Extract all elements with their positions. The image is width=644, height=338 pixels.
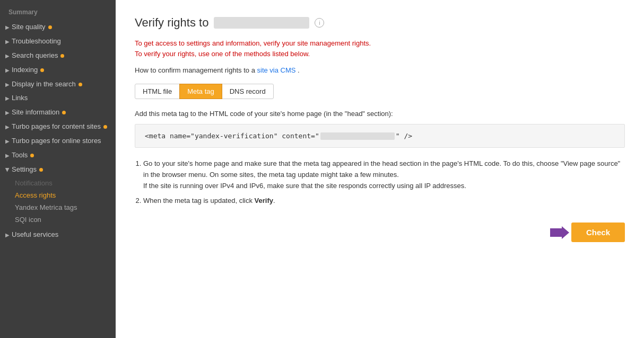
chevron-right-icon: ▶	[5, 95, 10, 102]
chevron-right-icon: ▶	[5, 138, 10, 145]
sidebar-item-label: Indexing	[12, 66, 38, 75]
arrow-pointer-icon	[550, 226, 569, 239]
title-prefix: Verify rights to	[135, 16, 208, 30]
sidebar-item-label: Turbo pages for online stores	[12, 137, 101, 146]
error-line1: To get access to settings and informatio…	[135, 38, 625, 49]
chevron-down-icon: ▶	[4, 167, 11, 172]
code-suffix: " />	[396, 132, 412, 140]
sidebar-item-tools[interactable]: ▶ Tools	[0, 148, 116, 163]
notification-dot	[40, 68, 44, 72]
sidebar-item-display-in-search[interactable]: ▶ Display in the search	[0, 77, 116, 92]
error-message: To get access to settings and informatio…	[135, 38, 625, 59]
check-button[interactable]: Check	[571, 223, 625, 242]
svg-marker-0	[550, 226, 569, 239]
sidebar-item-label: Troubleshooting	[12, 37, 61, 46]
check-button-area: Check	[135, 223, 625, 242]
verification-code-placeholder	[320, 132, 395, 140]
error-line2: To verify your rights, use one of the me…	[135, 49, 625, 59]
page-title: Verify rights to i	[135, 16, 625, 30]
verification-tabs: HTML file Meta tag DNS record	[135, 84, 625, 99]
notification-dot	[79, 83, 82, 86]
cms-text-prefix: How to confirm management rights to a	[135, 66, 255, 74]
notification-dot	[39, 168, 43, 172]
notification-dot	[60, 54, 64, 58]
notification-dot	[62, 111, 66, 114]
tab-html-file[interactable]: HTML file	[135, 84, 180, 99]
sidebar-sub-item-label: Notifications	[15, 179, 53, 187]
sidebar-summary-label: Summary	[0, 5, 116, 20]
sidebar-item-indexing[interactable]: ▶ Indexing	[0, 63, 116, 77]
sidebar-item-label: Links	[12, 94, 28, 103]
sidebar-sub-item-label: Access rights	[15, 191, 56, 199]
site-url-placeholder	[214, 17, 309, 29]
sidebar-item-troubleshooting[interactable]: ▶ Troubleshooting	[0, 34, 116, 49]
main-content: Verify rights to i To get access to sett…	[116, 0, 644, 338]
cms-text-suffix: .	[298, 66, 300, 74]
sidebar-item-turbo-content[interactable]: ▶ Turbo pages for content sites	[0, 120, 116, 134]
chevron-right-icon: ▶	[5, 81, 10, 88]
sidebar-item-useful-services[interactable]: ▶ Useful services	[0, 228, 116, 242]
sidebar-item-label: Tools	[12, 151, 28, 160]
verify-emphasis: Verify	[255, 197, 273, 204]
notification-dot	[48, 25, 52, 29]
notification-dot	[103, 125, 107, 129]
sidebar-item-label: Search queries	[12, 51, 58, 60]
sidebar-sub-item-yandex-metrica[interactable]: Yandex Metrica tags	[0, 201, 116, 214]
chevron-right-icon: ▶	[5, 52, 10, 59]
code-description: Add this meta tag to the HTML code of yo…	[135, 110, 625, 118]
sidebar-item-settings[interactable]: ▶ Settings	[0, 163, 116, 177]
sidebar-item-links[interactable]: ▶ Links	[0, 91, 116, 105]
sidebar-sub-item-notifications[interactable]: Notifications	[0, 177, 116, 189]
chevron-right-icon: ▶	[5, 123, 10, 130]
cms-text: How to confirm management rights to a si…	[135, 66, 625, 74]
sidebar-sub-item-access-rights[interactable]: Access rights	[0, 189, 116, 201]
chevron-right-icon: ▶	[5, 24, 10, 31]
check-button-wrapper: Check	[550, 223, 625, 242]
chevron-right-icon: ▶	[5, 109, 10, 116]
sidebar-item-turbo-stores[interactable]: ▶ Turbo pages for online stores	[0, 134, 116, 148]
code-block: <meta name="yandex-verification" content…	[135, 124, 625, 148]
sidebar-item-site-information[interactable]: ▶ Site information	[0, 105, 116, 120]
tab-dns-record[interactable]: DNS record	[222, 84, 274, 99]
chevron-right-icon: ▶	[5, 152, 10, 159]
cms-link[interactable]: site via CMS	[257, 66, 296, 74]
sidebar: Summary ▶ Site quality ▶ Troubleshooting…	[0, 0, 116, 338]
sidebar-sub-item-label: SQI icon	[15, 216, 41, 224]
instructions-list: Go to your site's home page and make sur…	[135, 158, 625, 207]
sidebar-item-site-quality[interactable]: ▶ Site quality	[0, 20, 116, 34]
sidebar-item-label: Settings	[12, 165, 37, 174]
chevron-right-icon: ▶	[5, 38, 10, 45]
tab-meta-tag[interactable]: Meta tag	[179, 84, 222, 99]
sidebar-sub-item-sqi-icon[interactable]: SQI icon	[0, 214, 116, 226]
info-icon[interactable]: i	[315, 18, 324, 28]
sidebar-item-label: Display in the search	[12, 80, 76, 89]
sidebar-item-search-queries[interactable]: ▶ Search queries	[0, 49, 116, 63]
sidebar-item-label: Site quality	[12, 23, 46, 32]
notification-dot	[30, 154, 34, 157]
sidebar-sub-item-label: Yandex Metrica tags	[15, 203, 77, 211]
sidebar-item-label: Site information	[12, 108, 59, 117]
instruction-item-2: When the meta tag is updated, click Veri…	[143, 195, 625, 207]
chevron-right-icon: ▶	[5, 67, 10, 74]
chevron-right-icon: ▶	[5, 232, 10, 238]
sidebar-item-label: Turbo pages for content sites	[12, 122, 101, 131]
instruction-item-1: Go to your site's home page and make sur…	[143, 158, 625, 191]
sidebar-item-label: Useful services	[12, 230, 58, 239]
code-prefix: <meta name="yandex-verification" content…	[145, 132, 319, 140]
